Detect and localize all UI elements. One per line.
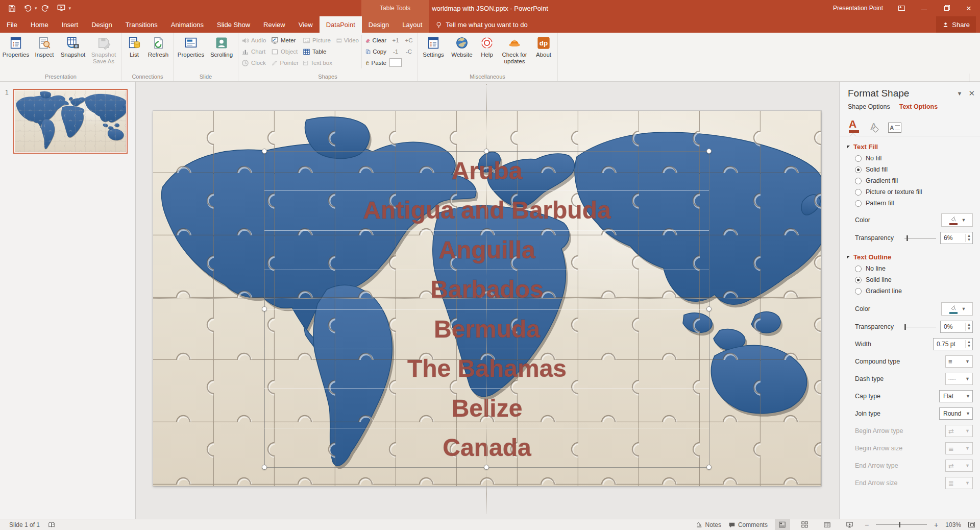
check-updates-button[interactable]: Check for updates xyxy=(498,34,531,70)
handle-middle-right[interactable] xyxy=(706,306,712,311)
minus-one-button[interactable]: -1 xyxy=(389,46,402,57)
fill-transparency-input[interactable]: 6%▲▼ xyxy=(940,232,973,244)
help-button[interactable]: Help xyxy=(476,34,498,70)
tab-tabletools-layout[interactable]: Layout xyxy=(396,16,429,33)
scrolling-button[interactable]: Scrolling xyxy=(207,34,236,70)
reading-view-button[interactable] xyxy=(820,519,835,530)
fill-transparency-slider[interactable] xyxy=(904,238,936,238)
width-input[interactable]: 0.75 pt▲▼ xyxy=(933,338,973,350)
handle-top-center[interactable] xyxy=(484,149,489,154)
line-transparency-input[interactable]: 0%▲▼ xyxy=(940,321,973,333)
plus-c-button[interactable]: +C xyxy=(402,35,415,46)
settings-button[interactable]: Settings xyxy=(419,34,448,70)
fill-color-button[interactable]: ▼ xyxy=(941,213,973,227)
horizontal-guide[interactable] xyxy=(153,298,821,299)
handle-top-right[interactable] xyxy=(706,149,712,154)
join-type-select[interactable]: Round▼ xyxy=(939,407,973,420)
properties-slide-button[interactable]: Properties xyxy=(175,34,207,70)
zoom-in-icon[interactable]: + xyxy=(934,521,938,529)
cap-type-select[interactable]: Flat▼ xyxy=(939,390,973,402)
comments-button[interactable]: Comments xyxy=(728,521,768,528)
normal-view-button[interactable] xyxy=(775,519,790,530)
section-text-outline[interactable]: Text Outline xyxy=(840,247,980,263)
restore-button[interactable] xyxy=(935,0,958,16)
handle-bottom-center[interactable] xyxy=(484,465,489,470)
save-icon[interactable] xyxy=(5,2,18,15)
text-effects-icon[interactable]: A xyxy=(870,121,877,133)
handle-bottom-right[interactable] xyxy=(706,465,712,470)
inspect-button[interactable]: Inspect xyxy=(30,34,59,70)
textbox-options-icon[interactable]: A xyxy=(888,123,901,133)
undo-icon[interactable] xyxy=(20,2,34,15)
pane-tab-text-options[interactable]: Text Options xyxy=(899,103,938,110)
handle-middle-left[interactable] xyxy=(262,306,267,311)
account-name[interactable]: Presentation Point xyxy=(833,5,883,12)
ribbon-display-options-button[interactable] xyxy=(890,0,913,16)
meter-button[interactable]: Meter xyxy=(270,35,301,46)
tab-slideshow[interactable]: Slide Show xyxy=(210,16,257,33)
tab-design[interactable]: Design xyxy=(85,16,118,33)
pane-tab-shape-options[interactable]: Shape Options xyxy=(848,103,890,110)
slide-editor-area[interactable]: Aruba Antigua and Barbuda Anguilla Barba… xyxy=(136,82,839,519)
properties-presentation-button[interactable]: Properties xyxy=(2,34,30,70)
tab-transitions[interactable]: Transitions xyxy=(119,16,164,33)
tab-tabletools-design[interactable]: Design xyxy=(362,16,396,33)
start-slideshow-icon[interactable] xyxy=(55,2,68,15)
slide-sorter-view-button[interactable] xyxy=(797,519,813,530)
website-button[interactable]: Website xyxy=(448,34,476,70)
slide-canvas[interactable]: Aruba Antigua and Barbuda Anguilla Barba… xyxy=(153,111,821,486)
redo-icon[interactable] xyxy=(39,2,53,15)
tab-review[interactable]: Review xyxy=(257,16,292,33)
table-button[interactable]: Table xyxy=(301,46,335,57)
handle-top-left[interactable] xyxy=(262,149,267,154)
minimize-button[interactable] xyxy=(913,0,935,16)
spellcheck-icon[interactable] xyxy=(48,521,55,528)
tab-view[interactable]: View xyxy=(292,16,320,33)
zoom-out-icon[interactable]: − xyxy=(865,521,869,529)
paste-button[interactable]: Paste xyxy=(364,57,389,68)
line-color-button[interactable]: ▼ xyxy=(941,302,973,316)
pane-menu-icon[interactable]: ▼ xyxy=(957,90,963,97)
slide-counter[interactable]: Slide 1 of 1 xyxy=(9,521,40,528)
customize-qat-icon[interactable]: ▾ xyxy=(69,6,71,11)
refresh-button[interactable]: Refresh xyxy=(145,34,172,70)
dash-type-button[interactable]: ┄┄▼ xyxy=(945,373,973,385)
fit-to-window-icon[interactable] xyxy=(968,522,975,527)
tab-file[interactable]: File xyxy=(0,16,24,33)
tab-datapoint[interactable]: DataPoint xyxy=(320,16,362,33)
tab-animations[interactable]: Animations xyxy=(164,16,210,33)
collapse-ribbon-button[interactable] xyxy=(969,74,973,78)
clear-button[interactable]: Clear xyxy=(364,35,389,46)
notes-button[interactable]: Notes xyxy=(696,521,721,528)
compound-type-button[interactable]: ≡▼ xyxy=(945,355,973,368)
section-text-fill[interactable]: Text Fill xyxy=(840,136,980,153)
plus-one-button[interactable]: +1 xyxy=(389,35,402,46)
zoom-slider-thumb[interactable] xyxy=(899,522,900,527)
tellme-box[interactable]: Tell me what you want to do xyxy=(429,16,533,33)
minus-c-button[interactable]: -C xyxy=(402,46,415,57)
radio-gradient-fill[interactable]: Gradient fill xyxy=(840,175,980,186)
color-swatch[interactable] xyxy=(389,58,402,67)
pane-close-icon[interactable]: ✕ xyxy=(968,89,975,98)
tab-home[interactable]: Home xyxy=(24,16,55,33)
undo-dropdown-icon[interactable]: ▾ xyxy=(35,6,37,11)
radio-solid-line[interactable]: Solid line xyxy=(840,274,980,285)
radio-picture-fill[interactable]: Picture or texture fill xyxy=(840,186,980,198)
close-button[interactable]: × xyxy=(958,0,980,16)
share-button[interactable]: Share xyxy=(936,16,976,33)
copy-button[interactable]: Copy xyxy=(364,46,389,57)
text-fill-outline-icon[interactable]: A xyxy=(849,119,859,133)
zoom-slider[interactable] xyxy=(876,524,927,525)
radio-gradient-line[interactable]: Gradient line xyxy=(840,285,980,297)
zoom-percentage[interactable]: 103% xyxy=(945,521,961,528)
list-button[interactable]: List xyxy=(124,34,145,70)
radio-no-fill[interactable]: No fill xyxy=(840,153,980,164)
slideshow-view-button[interactable] xyxy=(842,519,857,530)
slide-thumbnail[interactable] xyxy=(13,89,128,154)
tab-insert[interactable]: Insert xyxy=(55,16,85,33)
radio-solid-fill[interactable]: Solid fill xyxy=(840,164,980,175)
line-transparency-slider[interactable] xyxy=(904,327,936,327)
snapshot-button[interactable]: Snapshot xyxy=(59,34,87,70)
radio-no-line[interactable]: No line xyxy=(840,263,980,274)
radio-pattern-fill[interactable]: Pattern fill xyxy=(840,198,980,209)
